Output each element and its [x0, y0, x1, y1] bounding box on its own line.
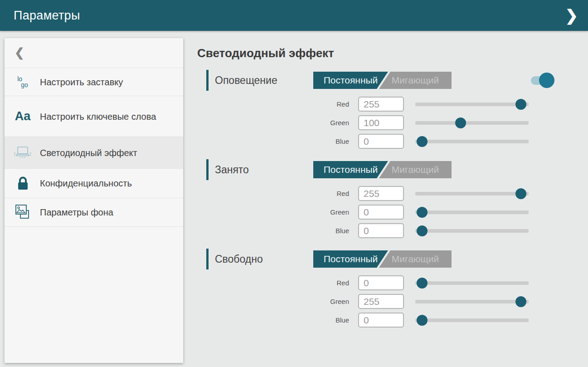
channel-slider[interactable]	[415, 225, 529, 237]
led-section: Оповещение Постоянный Мигающий Red Green	[206, 68, 565, 151]
back-chevron-icon: ❮	[15, 46, 24, 60]
sidebar-item-privacy[interactable]: Конфиденциальность	[5, 169, 183, 198]
mode-solid-button[interactable]: Постоянный	[313, 161, 388, 178]
channel-row: Green	[322, 292, 565, 311]
sidebar-item-label: Настроить заставку	[40, 76, 129, 88]
led-effect-panel: Светодиодный эффект Оповещение Постоянны…	[197, 38, 565, 336]
channel-slider[interactable]	[415, 98, 529, 110]
rgb-sliders: Red Green Blue	[206, 95, 565, 151]
slider-thumb[interactable]	[417, 207, 428, 218]
sidebar-item-label: Параметры фона	[40, 206, 120, 218]
slider-thumb[interactable]	[417, 225, 428, 236]
mode-blinking-button[interactable]: Мигающий	[379, 161, 452, 178]
sidebar-item-splash-screen[interactable]: logo Настроить заставку	[5, 68, 183, 96]
channel-slider[interactable]	[415, 117, 529, 129]
slider-thumb[interactable]	[515, 99, 526, 110]
channel-label: Green	[322, 298, 358, 305]
sidebar-item-keywords[interactable]: Aa Настроить ключевые слова	[5, 96, 183, 137]
rgb-sliders: Red Green Blue	[206, 274, 565, 329]
channel-row: Green	[322, 113, 565, 132]
mode-blinking-button[interactable]: Мигающий	[379, 250, 452, 268]
slider-thumb[interactable]	[417, 278, 428, 289]
channel-slider[interactable]	[415, 206, 529, 218]
content-title: Светодиодный эффект	[197, 46, 565, 60]
slider-track[interactable]	[415, 300, 529, 303]
mode-toggle-group: Постоянный Мигающий	[313, 161, 452, 178]
section-accent-bar	[206, 159, 209, 180]
channel-value-input[interactable]	[358, 97, 404, 112]
channel-slider[interactable]	[415, 136, 529, 147]
channel-value-input[interactable]	[358, 294, 404, 309]
sidebar-item-label: Светодиодный эффект	[40, 147, 144, 159]
channel-value-input[interactable]	[358, 134, 404, 149]
channel-slider[interactable]	[415, 296, 529, 308]
section-title: Свободно	[215, 253, 313, 265]
slider-thumb[interactable]	[515, 296, 526, 307]
app-header: Параметры ❯	[0, 0, 588, 31]
channel-row: Red	[322, 274, 565, 292]
slider-track[interactable]	[415, 318, 529, 322]
channel-slider[interactable]	[415, 277, 529, 289]
mode-solid-button[interactable]: Постоянный	[313, 72, 388, 89]
slider-thumb[interactable]	[417, 315, 428, 326]
slider-track[interactable]	[415, 140, 529, 143]
sidebar-item-background[interactable]: Параметры фона	[5, 198, 183, 227]
slider-thumb[interactable]	[417, 136, 428, 147]
slider-track[interactable]	[415, 229, 529, 233]
channel-row: Green	[322, 203, 565, 221]
channel-label: Green	[322, 119, 358, 127]
slider-track[interactable]	[415, 281, 529, 285]
mode-toggle-group: Постоянный Мигающий	[313, 72, 452, 89]
settings-sidebar: ❮ logo Настроить заставку Aa Настроить к…	[5, 38, 183, 363]
logo-text-icon: logo	[13, 76, 33, 88]
forward-chevron-icon[interactable]: ❯	[565, 8, 578, 23]
slider-track[interactable]	[415, 103, 529, 106]
led-section: Свободно Постоянный Мигающий Red Green	[206, 246, 565, 329]
led-sections: Оповещение Постоянный Мигающий Red Green	[197, 68, 565, 329]
mode-blinking-button[interactable]: Мигающий	[379, 72, 452, 89]
channel-row: Blue	[322, 132, 565, 151]
channel-value-input[interactable]	[358, 186, 404, 201]
sidebar-item-led-effect[interactable]: Светодиодный эффект	[5, 137, 183, 169]
channel-value-input[interactable]	[358, 275, 404, 290]
toggle-knob[interactable]	[539, 73, 554, 88]
mode-toggle-group: Постоянный Мигающий	[313, 250, 452, 268]
channel-value-input[interactable]	[358, 223, 404, 238]
channel-label: Blue	[322, 137, 358, 145]
channel-slider[interactable]	[415, 314, 529, 326]
rgb-sliders: Red Green Blue	[206, 184, 565, 240]
sidebar-back-button[interactable]: ❮	[5, 38, 183, 68]
channel-row: Blue	[322, 221, 565, 240]
lock-icon	[13, 176, 33, 191]
channel-label: Red	[322, 279, 358, 287]
section-title: Занято	[215, 164, 313, 176]
slider-thumb[interactable]	[515, 188, 526, 199]
channel-row: Red	[322, 184, 565, 203]
sidebar-item-label: Настроить ключевые слова	[40, 111, 162, 122]
channel-label: Red	[322, 100, 358, 108]
images-icon	[13, 203, 33, 221]
page-title: Параметры	[14, 9, 80, 23]
slider-track[interactable]	[415, 192, 529, 196]
channel-value-input[interactable]	[358, 115, 404, 130]
slider-track[interactable]	[415, 121, 529, 125]
section-accent-bar	[206, 249, 209, 269]
channel-label: Blue	[322, 227, 358, 235]
mode-solid-button[interactable]: Постоянный	[313, 250, 388, 268]
channel-row: Blue	[322, 311, 565, 329]
channel-slider[interactable]	[415, 188, 529, 200]
led-section: Занято Постоянный Мигающий Red Green	[206, 157, 565, 240]
channel-label: Blue	[322, 316, 358, 324]
slider-track[interactable]	[415, 210, 529, 214]
led-display-icon	[13, 145, 33, 161]
enable-toggle[interactable]	[531, 73, 554, 88]
keywords-aa-icon: Aa	[13, 109, 33, 123]
slider-thumb[interactable]	[455, 117, 466, 128]
channel-label: Green	[322, 208, 358, 216]
section-title: Оповещение	[215, 74, 313, 87]
section-accent-bar	[206, 70, 209, 91]
channel-value-input[interactable]	[358, 205, 404, 220]
channel-row: Red	[322, 95, 565, 113]
channel-value-input[interactable]	[358, 313, 404, 328]
channel-label: Red	[322, 190, 358, 197]
